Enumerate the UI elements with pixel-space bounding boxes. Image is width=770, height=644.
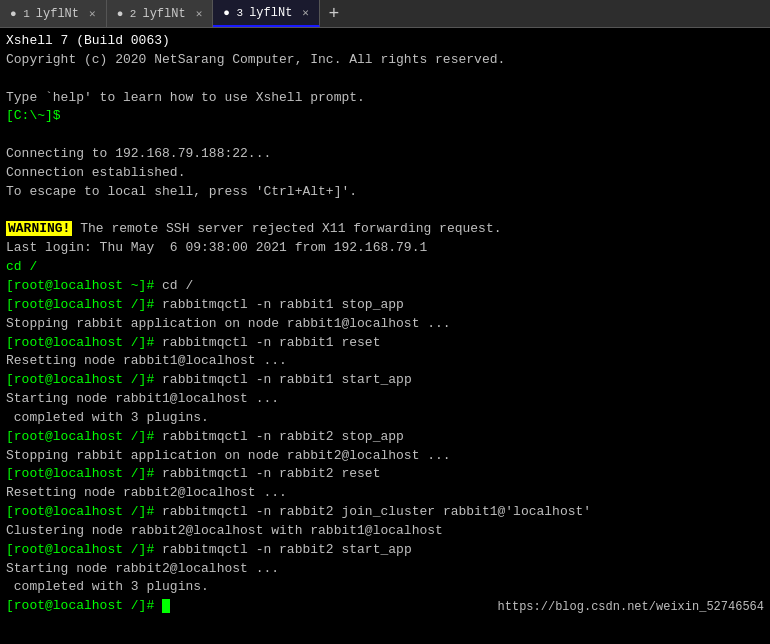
line-21: Stopping rabbit application on node rabb… [6,447,764,466]
line-19: completed with 3 plugins. [6,409,764,428]
tab-3[interactable]: ● 3 lyflNt ✕ [213,0,320,27]
terminal: Xshell 7 (Build 0063) Copyright (c) 2020… [0,28,770,644]
tab-3-close[interactable]: ✕ [302,6,309,19]
line-warning: WARNING! The remote SSH server rejected … [6,220,764,239]
line-12: [root@localhost ~]# cd / [6,277,764,296]
tab-1-num: ● 1 [10,8,30,20]
line-15: [root@localhost /]# rabbitmqctl -n rabbi… [6,334,764,353]
line-9 [6,202,764,221]
line-17: [root@localhost /]# rabbitmqctl -n rabbi… [6,371,764,390]
line-5 [6,126,764,145]
line-16: Resetting node rabbit1@localhost ... [6,352,764,371]
cursor [162,599,170,613]
tab-2-label: lyflNt [142,7,185,21]
line-8: To escape to local shell, press 'Ctrl+Al… [6,183,764,202]
line-14: Stopping rabbit application on node rabb… [6,315,764,334]
tab-3-num: ● 3 [223,7,243,19]
line-0: Xshell 7 (Build 0063) [6,32,764,51]
line-7: Connection established. [6,164,764,183]
line-1: Copyright (c) 2020 NetSarang Computer, I… [6,51,764,70]
line-29: [root@localhost /]# https://blog.csdn.ne… [6,597,764,616]
tab-2-num: ● 2 [117,8,137,20]
last-prompt: [root@localhost /]# [6,597,170,616]
line-10: Last login: Thu May 6 09:38:00 2021 from… [6,239,764,258]
line-3: Type `help' to learn how to use Xshell p… [6,89,764,108]
line-20: [root@localhost /]# rabbitmqctl -n rabbi… [6,428,764,447]
line-24: [root@localhost /]# rabbitmqctl -n rabbi… [6,503,764,522]
line-13: [root@localhost /]# rabbitmqctl -n rabbi… [6,296,764,315]
line-6: Connecting to 192.168.79.188:22... [6,145,764,164]
line-27: Starting node rabbit2@localhost ... [6,560,764,579]
line-23: Resetting node rabbit2@localhost ... [6,484,764,503]
url-label: https://blog.csdn.net/weixin_52746564 [498,599,764,616]
tab-1-close[interactable]: ✕ [89,7,96,20]
line-2 [6,70,764,89]
line-26: [root@localhost /]# rabbitmqctl -n rabbi… [6,541,764,560]
tab-3-label: lyflNt [249,6,292,20]
line-22: [root@localhost /]# rabbitmqctl -n rabbi… [6,465,764,484]
line-11: cd / [6,258,764,277]
tab-1-label: lyflNt [36,7,79,21]
line-18: Starting node rabbit1@localhost ... [6,390,764,409]
warning-badge: WARNING! [6,221,72,236]
tab-2[interactable]: ● 2 lyflNt ✕ [107,0,214,27]
tab-2-close[interactable]: ✕ [196,7,203,20]
new-tab-button[interactable]: + [320,0,348,27]
line-25: Clustering node rabbit2@localhost with r… [6,522,764,541]
tab-bar: ● 1 lyflNt ✕ ● 2 lyflNt ✕ ● 3 lyflNt ✕ + [0,0,770,28]
line-4: [C:\~]$ [6,107,764,126]
line-28: completed with 3 plugins. [6,578,764,597]
tab-1[interactable]: ● 1 lyflNt ✕ [0,0,107,27]
